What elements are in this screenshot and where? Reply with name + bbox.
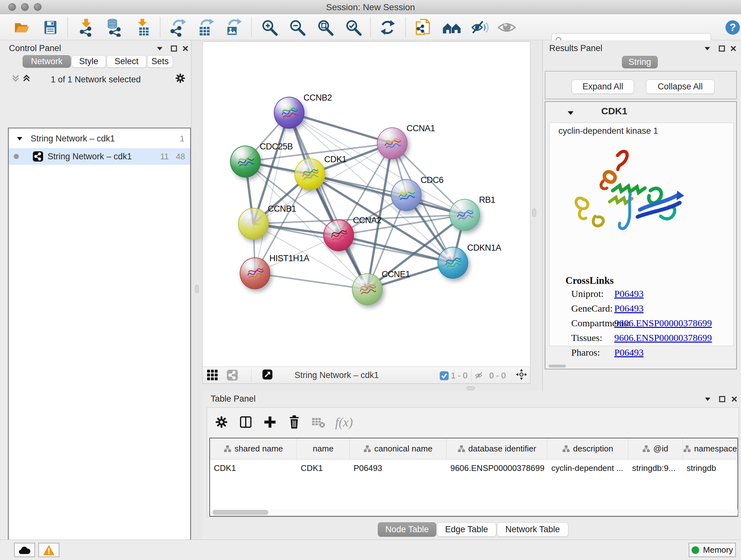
network-node-rb1[interactable] (449, 199, 480, 231)
column-header-description[interactable]: description (547, 438, 628, 459)
selected-checkbox[interactable] (439, 370, 450, 381)
table-horizontal-scrollbar[interactable] (210, 509, 738, 516)
scrollbar-thumb[interactable] (212, 510, 268, 515)
cloud-status-button[interactable] (14, 543, 35, 557)
tab-node-table[interactable]: Node Table (378, 522, 436, 537)
clipboard-network-button[interactable] (414, 18, 433, 37)
table-panel-float-button[interactable] (702, 394, 713, 405)
export-table-button[interactable] (196, 18, 215, 37)
control-panel-float-button[interactable] (154, 43, 165, 54)
tab-style[interactable]: Style (71, 55, 106, 68)
column-header-database-identifier[interactable]: database identifier (447, 438, 547, 459)
tab-string[interactable]: String (622, 56, 658, 68)
network-node-ccnb1[interactable] (238, 208, 269, 240)
birdseye-view-button[interactable] (262, 369, 273, 380)
network-collection-label: String Network – cdk1 (30, 134, 115, 144)
import-network-database-button[interactable] (105, 18, 124, 37)
control-panel-close-button[interactable] (180, 43, 191, 54)
open-session-button[interactable] (12, 18, 31, 37)
crosslink-row: Tissues:9606.ENSP00000378699 (549, 332, 733, 346)
horizontal-splitter-handle[interactable] (467, 386, 475, 390)
pharos-link[interactable]: P06493 (614, 347, 644, 358)
show-columns-button[interactable] (236, 412, 256, 432)
uniprot-link[interactable]: P06493 (614, 288, 644, 299)
table-panel-maximize-button[interactable] (717, 394, 728, 405)
left-splitter-handle[interactable] (195, 285, 199, 293)
results-panel-maximize-button[interactable] (717, 43, 727, 54)
column-header-id[interactable]: @id (628, 438, 683, 459)
expand-all-networks-button[interactable] (21, 73, 32, 84)
network-node-cdc25b[interactable] (230, 145, 261, 178)
results-panel-close-button[interactable] (728, 43, 739, 54)
network-node-cdkn1a[interactable] (437, 247, 468, 279)
export-network-button[interactable] (169, 18, 188, 37)
delete-column-button[interactable] (284, 412, 304, 432)
show-all-button[interactable] (497, 18, 516, 37)
zoom-fit-button[interactable] (316, 18, 335, 37)
network-node-hist1h1a[interactable] (240, 257, 270, 289)
network-edge[interactable] (255, 273, 367, 289)
zoom-in-button[interactable] (260, 18, 279, 37)
warnings-button[interactable] (38, 543, 59, 557)
network-node-ccne1[interactable] (352, 273, 383, 305)
right-splitter-handle[interactable] (532, 208, 536, 217)
column-header-shared-name[interactable]: shared name (210, 438, 297, 459)
network-view[interactable]: CCNB2CCNA1CDC25BCDK1CDC6RB1CCNB1CCNA2CDK… (202, 42, 530, 384)
export-image-button[interactable] (224, 18, 243, 37)
tab-sets[interactable]: Sets (147, 55, 173, 68)
network-options-button[interactable] (175, 73, 186, 84)
protein-thumbnail (456, 207, 475, 223)
network-node-ccnb2[interactable] (274, 97, 305, 129)
eye-slash-icon (470, 18, 489, 37)
tissues-link[interactable]: 9606.ENSP00000378699 (614, 332, 712, 343)
help-button[interactable]: ? (723, 18, 741, 37)
table-row[interactable]: CDK1 CDK1 P06493 9606.ENSP00000378699 cy… (210, 459, 738, 477)
fit-selection-button[interactable] (516, 369, 527, 380)
entry-name[interactable]: CDK1 (601, 106, 627, 117)
network-node-ccna1[interactable] (377, 127, 408, 159)
network-row-selected[interactable]: String Network – cdk1 11 48 (9, 148, 190, 165)
collapse-all-networks-button[interactable] (10, 73, 21, 84)
network-edge[interactable] (289, 113, 392, 143)
crosshair-move-icon (516, 368, 527, 381)
hide-selected-button[interactable] (470, 18, 489, 37)
network-collection-row[interactable]: String Network – cdk1 1 (9, 130, 190, 147)
column-header-canonical-name[interactable]: canonical name (350, 438, 447, 459)
entry-collapse-button[interactable] (565, 108, 576, 118)
tab-network-table[interactable]: Network Table (497, 522, 568, 537)
expand-all-button[interactable]: Expand All (571, 79, 634, 94)
network-style-button[interactable] (227, 370, 238, 381)
memory-label: Memory (703, 545, 733, 555)
results-panel-float-button[interactable] (702, 43, 713, 54)
table-toolbar-area: f(x) shared name name canonical name dat… (207, 408, 739, 517)
control-panel-maximize-button[interactable] (169, 43, 179, 54)
results-scrollbar[interactable] (549, 365, 566, 368)
gear-icon (175, 72, 186, 84)
refresh-button[interactable] (378, 18, 397, 37)
function-builder-button[interactable]: f(x) (334, 412, 354, 432)
compartments-link[interactable]: 9606.ENSP00000378699 (614, 318, 712, 328)
zoom-out-button[interactable] (288, 18, 307, 37)
birdseye-icon (262, 368, 273, 381)
import-network-file-button[interactable] (77, 18, 96, 37)
column-header-namespace[interactable]: namespace (683, 438, 738, 459)
network-node-ccna2[interactable] (323, 219, 354, 251)
create-column-button[interactable] (260, 412, 280, 432)
delete-table-button[interactable] (309, 412, 328, 432)
table-options-button[interactable] (212, 412, 231, 432)
network-node-cdc6[interactable] (391, 179, 421, 211)
table-panel-close-button[interactable] (729, 394, 740, 405)
tab-edge-table[interactable]: Edge Table (437, 522, 496, 537)
grid-view-button[interactable] (207, 370, 218, 381)
network-node-cdk1[interactable] (294, 159, 325, 190)
memory-button[interactable]: Memory (689, 543, 736, 557)
tab-select[interactable]: Select (107, 55, 146, 68)
tab-network[interactable]: Network (23, 55, 71, 68)
import-table-button[interactable] (133, 18, 152, 37)
column-header-name[interactable]: name (297, 438, 350, 459)
save-session-button[interactable] (41, 18, 60, 37)
genecard-link[interactable]: P06493 (614, 303, 644, 314)
collapse-all-button[interactable]: Collapse All (646, 79, 715, 94)
home-button[interactable] (442, 18, 461, 37)
zoom-selected-button[interactable] (344, 18, 363, 37)
